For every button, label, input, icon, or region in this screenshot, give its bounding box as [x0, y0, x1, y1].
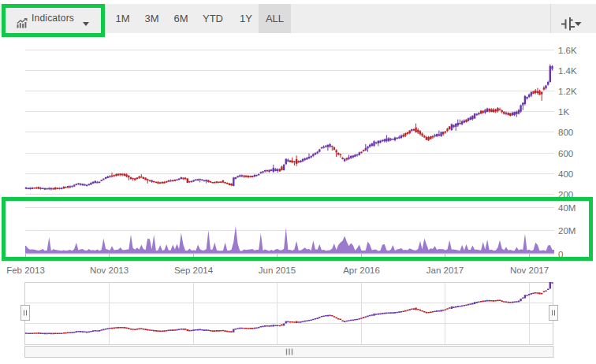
svg-text:Apr 2016: Apr 2016 [343, 266, 380, 275]
svg-text:1.6K: 1.6K [558, 46, 577, 55]
svg-text:1.2K: 1.2K [558, 87, 577, 96]
svg-text:400: 400 [558, 169, 573, 179]
svg-text:600: 600 [558, 149, 573, 158]
svg-text:800: 800 [558, 128, 573, 137]
svg-text:Sep 2014: Sep 2014 [174, 266, 214, 275]
svg-text:1.4K: 1.4K [558, 66, 577, 76]
svg-text:Nov 2017: Nov 2017 [510, 266, 549, 275]
svg-text:Jan 2017: Jan 2017 [427, 266, 464, 275]
svg-text:Nov 2013: Nov 2013 [90, 266, 129, 275]
svg-text:Jun 2015: Jun 2015 [259, 266, 296, 275]
svg-text:1K: 1K [558, 107, 569, 117]
svg-text:Feb 2013: Feb 2013 [6, 266, 45, 275]
